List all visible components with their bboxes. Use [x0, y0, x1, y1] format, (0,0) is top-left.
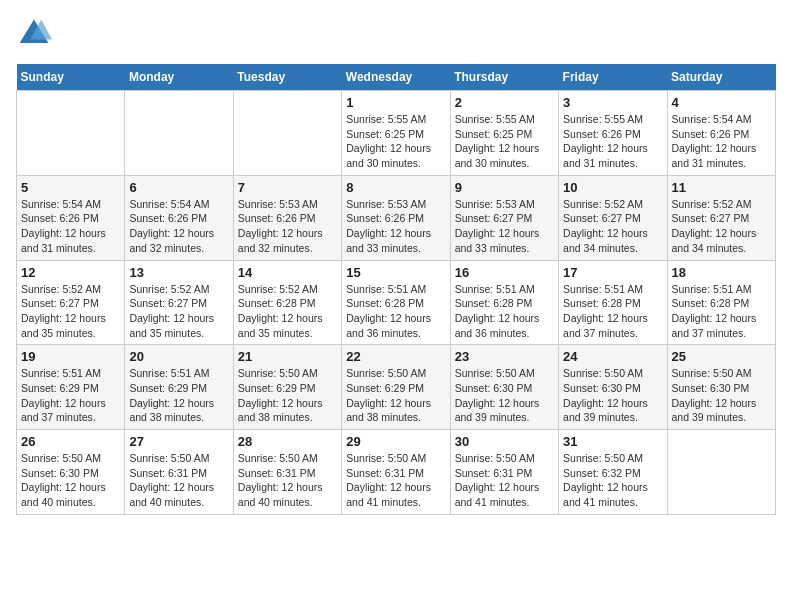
col-header-sunday: Sunday	[17, 64, 125, 91]
day-number: 14	[238, 265, 337, 280]
day-info: Sunrise: 5:55 AM Sunset: 6:25 PM Dayligh…	[346, 112, 445, 171]
day-info: Sunrise: 5:53 AM Sunset: 6:26 PM Dayligh…	[346, 197, 445, 256]
calendar-cell: 4Sunrise: 5:54 AM Sunset: 6:26 PM Daylig…	[667, 91, 775, 176]
calendar-week-1: 1Sunrise: 5:55 AM Sunset: 6:25 PM Daylig…	[17, 91, 776, 176]
day-number: 16	[455, 265, 554, 280]
day-info: Sunrise: 5:51 AM Sunset: 6:28 PM Dayligh…	[563, 282, 662, 341]
calendar-cell	[17, 91, 125, 176]
day-number: 13	[129, 265, 228, 280]
day-number: 7	[238, 180, 337, 195]
day-number: 26	[21, 434, 120, 449]
day-number: 9	[455, 180, 554, 195]
calendar-week-4: 19Sunrise: 5:51 AM Sunset: 6:29 PM Dayli…	[17, 345, 776, 430]
day-number: 27	[129, 434, 228, 449]
day-number: 30	[455, 434, 554, 449]
calendar-cell: 18Sunrise: 5:51 AM Sunset: 6:28 PM Dayli…	[667, 260, 775, 345]
day-info: Sunrise: 5:52 AM Sunset: 6:28 PM Dayligh…	[238, 282, 337, 341]
calendar-cell: 5Sunrise: 5:54 AM Sunset: 6:26 PM Daylig…	[17, 175, 125, 260]
calendar-cell: 16Sunrise: 5:51 AM Sunset: 6:28 PM Dayli…	[450, 260, 558, 345]
col-header-thursday: Thursday	[450, 64, 558, 91]
day-number: 1	[346, 95, 445, 110]
day-info: Sunrise: 5:50 AM Sunset: 6:29 PM Dayligh…	[346, 366, 445, 425]
calendar-cell	[125, 91, 233, 176]
calendar-cell: 19Sunrise: 5:51 AM Sunset: 6:29 PM Dayli…	[17, 345, 125, 430]
day-info: Sunrise: 5:54 AM Sunset: 6:26 PM Dayligh…	[129, 197, 228, 256]
day-number: 22	[346, 349, 445, 364]
calendar-cell: 28Sunrise: 5:50 AM Sunset: 6:31 PM Dayli…	[233, 430, 341, 515]
day-info: Sunrise: 5:51 AM Sunset: 6:28 PM Dayligh…	[672, 282, 771, 341]
day-number: 3	[563, 95, 662, 110]
calendar-cell: 25Sunrise: 5:50 AM Sunset: 6:30 PM Dayli…	[667, 345, 775, 430]
day-number: 31	[563, 434, 662, 449]
calendar-cell: 22Sunrise: 5:50 AM Sunset: 6:29 PM Dayli…	[342, 345, 450, 430]
calendar-cell	[233, 91, 341, 176]
calendar-cell: 15Sunrise: 5:51 AM Sunset: 6:28 PM Dayli…	[342, 260, 450, 345]
day-number: 18	[672, 265, 771, 280]
day-number: 11	[672, 180, 771, 195]
day-info: Sunrise: 5:50 AM Sunset: 6:31 PM Dayligh…	[346, 451, 445, 510]
calendar-cell: 30Sunrise: 5:50 AM Sunset: 6:31 PM Dayli…	[450, 430, 558, 515]
calendar-cell: 20Sunrise: 5:51 AM Sunset: 6:29 PM Dayli…	[125, 345, 233, 430]
calendar-week-3: 12Sunrise: 5:52 AM Sunset: 6:27 PM Dayli…	[17, 260, 776, 345]
day-number: 21	[238, 349, 337, 364]
day-info: Sunrise: 5:51 AM Sunset: 6:28 PM Dayligh…	[455, 282, 554, 341]
day-info: Sunrise: 5:54 AM Sunset: 6:26 PM Dayligh…	[672, 112, 771, 171]
day-info: Sunrise: 5:50 AM Sunset: 6:30 PM Dayligh…	[672, 366, 771, 425]
calendar-cell: 10Sunrise: 5:52 AM Sunset: 6:27 PM Dayli…	[559, 175, 667, 260]
col-header-saturday: Saturday	[667, 64, 775, 91]
day-info: Sunrise: 5:52 AM Sunset: 6:27 PM Dayligh…	[672, 197, 771, 256]
calendar-cell: 23Sunrise: 5:50 AM Sunset: 6:30 PM Dayli…	[450, 345, 558, 430]
day-number: 23	[455, 349, 554, 364]
day-number: 8	[346, 180, 445, 195]
calendar-week-5: 26Sunrise: 5:50 AM Sunset: 6:30 PM Dayli…	[17, 430, 776, 515]
day-info: Sunrise: 5:50 AM Sunset: 6:30 PM Dayligh…	[563, 366, 662, 425]
day-info: Sunrise: 5:51 AM Sunset: 6:28 PM Dayligh…	[346, 282, 445, 341]
day-info: Sunrise: 5:50 AM Sunset: 6:31 PM Dayligh…	[238, 451, 337, 510]
day-info: Sunrise: 5:52 AM Sunset: 6:27 PM Dayligh…	[129, 282, 228, 341]
day-info: Sunrise: 5:51 AM Sunset: 6:29 PM Dayligh…	[21, 366, 120, 425]
day-info: Sunrise: 5:50 AM Sunset: 6:32 PM Dayligh…	[563, 451, 662, 510]
day-info: Sunrise: 5:52 AM Sunset: 6:27 PM Dayligh…	[563, 197, 662, 256]
day-number: 28	[238, 434, 337, 449]
day-info: Sunrise: 5:50 AM Sunset: 6:29 PM Dayligh…	[238, 366, 337, 425]
calendar-cell: 13Sunrise: 5:52 AM Sunset: 6:27 PM Dayli…	[125, 260, 233, 345]
calendar-table: SundayMondayTuesdayWednesdayThursdayFrid…	[16, 64, 776, 515]
day-info: Sunrise: 5:55 AM Sunset: 6:25 PM Dayligh…	[455, 112, 554, 171]
day-info: Sunrise: 5:50 AM Sunset: 6:30 PM Dayligh…	[21, 451, 120, 510]
day-number: 10	[563, 180, 662, 195]
day-number: 29	[346, 434, 445, 449]
page-header	[16, 16, 776, 52]
calendar-cell: 31Sunrise: 5:50 AM Sunset: 6:32 PM Dayli…	[559, 430, 667, 515]
day-number: 15	[346, 265, 445, 280]
day-info: Sunrise: 5:50 AM Sunset: 6:31 PM Dayligh…	[455, 451, 554, 510]
calendar-header-row: SundayMondayTuesdayWednesdayThursdayFrid…	[17, 64, 776, 91]
col-header-wednesday: Wednesday	[342, 64, 450, 91]
calendar-cell	[667, 430, 775, 515]
day-number: 19	[21, 349, 120, 364]
day-info: Sunrise: 5:52 AM Sunset: 6:27 PM Dayligh…	[21, 282, 120, 341]
day-number: 4	[672, 95, 771, 110]
day-info: Sunrise: 5:51 AM Sunset: 6:29 PM Dayligh…	[129, 366, 228, 425]
calendar-cell: 11Sunrise: 5:52 AM Sunset: 6:27 PM Dayli…	[667, 175, 775, 260]
day-number: 20	[129, 349, 228, 364]
calendar-cell: 12Sunrise: 5:52 AM Sunset: 6:27 PM Dayli…	[17, 260, 125, 345]
col-header-tuesday: Tuesday	[233, 64, 341, 91]
calendar-cell: 26Sunrise: 5:50 AM Sunset: 6:30 PM Dayli…	[17, 430, 125, 515]
col-header-monday: Monday	[125, 64, 233, 91]
logo-icon	[16, 16, 52, 52]
calendar-cell: 21Sunrise: 5:50 AM Sunset: 6:29 PM Dayli…	[233, 345, 341, 430]
day-info: Sunrise: 5:50 AM Sunset: 6:31 PM Dayligh…	[129, 451, 228, 510]
day-number: 25	[672, 349, 771, 364]
calendar-cell: 24Sunrise: 5:50 AM Sunset: 6:30 PM Dayli…	[559, 345, 667, 430]
day-info: Sunrise: 5:54 AM Sunset: 6:26 PM Dayligh…	[21, 197, 120, 256]
day-number: 5	[21, 180, 120, 195]
day-info: Sunrise: 5:50 AM Sunset: 6:30 PM Dayligh…	[455, 366, 554, 425]
calendar-week-2: 5Sunrise: 5:54 AM Sunset: 6:26 PM Daylig…	[17, 175, 776, 260]
calendar-cell: 14Sunrise: 5:52 AM Sunset: 6:28 PM Dayli…	[233, 260, 341, 345]
calendar-cell: 8Sunrise: 5:53 AM Sunset: 6:26 PM Daylig…	[342, 175, 450, 260]
calendar-cell: 17Sunrise: 5:51 AM Sunset: 6:28 PM Dayli…	[559, 260, 667, 345]
calendar-cell: 1Sunrise: 5:55 AM Sunset: 6:25 PM Daylig…	[342, 91, 450, 176]
day-info: Sunrise: 5:53 AM Sunset: 6:26 PM Dayligh…	[238, 197, 337, 256]
day-number: 6	[129, 180, 228, 195]
day-info: Sunrise: 5:55 AM Sunset: 6:26 PM Dayligh…	[563, 112, 662, 171]
